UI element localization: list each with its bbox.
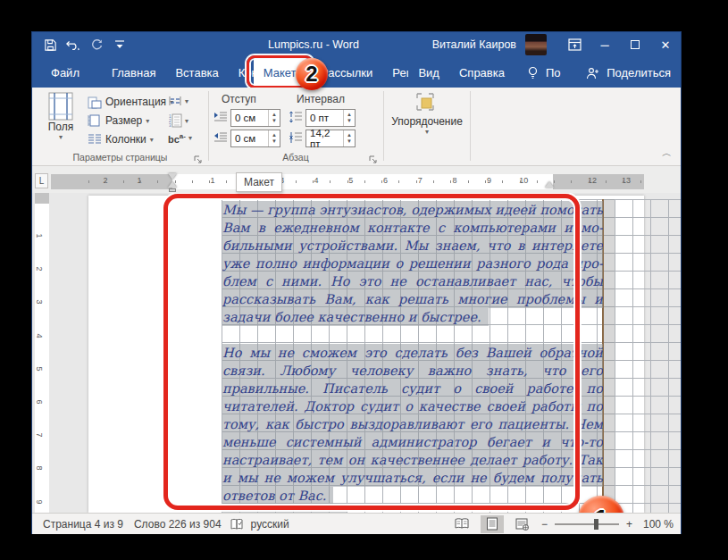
- zoom-in-button[interactable]: +: [626, 518, 632, 531]
- doc-line[interactable]: Но мы не сможем это сделать без Вашей об…: [222, 344, 603, 362]
- indent-left-spinner[interactable]: ▲▼: [268, 110, 280, 126]
- indent-left-field[interactable]: 0 см ▲▼: [230, 109, 280, 127]
- first-line-indent-marker[interactable]: [168, 173, 177, 180]
- ruler-number: 4: [314, 176, 319, 185]
- indent-left-icon: [213, 111, 228, 125]
- spacing-before-field[interactable]: 0 пт ▲▼: [305, 109, 356, 127]
- hyphenation-button[interactable]: bca- ▾: [168, 132, 192, 145]
- spacing-after-spinner[interactable]: ▲▼: [343, 130, 355, 146]
- spacing-before-spinner[interactable]: ▲▼: [343, 110, 355, 126]
- columns-icon: [88, 132, 102, 146]
- zoom-slider[interactable]: [555, 523, 619, 525]
- ruler-number: 5: [35, 366, 44, 371]
- avatar[interactable]: [525, 34, 547, 55]
- close-button[interactable]: ✕: [650, 32, 681, 57]
- ruler-row: L 21123456789101213: [32, 166, 681, 193]
- left-indent-marker[interactable]: [168, 181, 177, 188]
- indent-right-spinner[interactable]: ▲▼: [268, 130, 280, 146]
- columns-button[interactable]: Колонки▾: [88, 130, 154, 148]
- web-layout-button[interactable]: [511, 515, 534, 533]
- save-icon[interactable]: [43, 38, 57, 52]
- quick-access-toolbar: [32, 38, 127, 52]
- breaks-button[interactable]: ▾: [168, 95, 188, 107]
- word-count[interactable]: Слово 226 из 904: [134, 518, 222, 531]
- callout-badge-2: 2: [296, 58, 328, 90]
- ribbon-tab-row: Файл Главная Вставка Констру Макет Рассы…: [32, 57, 681, 88]
- document-page[interactable]: Мы — группа энтузиастов, одержимых идеей…: [88, 196, 644, 513]
- selected-text[interactable]: Мы — группа энтузиастов, одержимых идеей…: [222, 201, 603, 513]
- vertical-ruler[interactable]: 123456789: [35, 193, 49, 513]
- share-button[interactable]: Поделиться: [603, 59, 681, 88]
- doc-line[interactable]: настраивает, тем он качественнее делает …: [222, 451, 603, 469]
- zoom-level[interactable]: 100 %: [643, 518, 674, 531]
- language-indicator[interactable]: русский: [251, 518, 289, 531]
- qat-customize-icon[interactable]: [113, 38, 127, 52]
- undo-icon[interactable]: [66, 38, 80, 52]
- print-layout-button[interactable]: [481, 515, 504, 533]
- paragraph-dialog-launcher-icon[interactable]: [369, 152, 380, 163]
- ruler-number: 1: [35, 233, 44, 238]
- tab-design[interactable]: Констру: [229, 59, 254, 88]
- doc-line[interactable]: Мы — группа энтузиастов, одержимых идеей…: [222, 201, 603, 219]
- indent-right-field[interactable]: 0 см ▲▼: [230, 130, 280, 147]
- tab-file[interactable]: Файл: [41, 59, 89, 88]
- ruler-number: 9: [35, 499, 44, 504]
- right-indent-marker[interactable]: [545, 181, 554, 188]
- ruler-tick: [450, 180, 451, 183]
- ruler-tick: [347, 180, 348, 183]
- collapse-ribbon-icon[interactable]: ︿: [662, 146, 672, 160]
- ruler-text-zone: [172, 174, 553, 189]
- doc-line[interactable]: читателей. Доктор судит о качестве своей…: [222, 397, 603, 415]
- tab-review[interactable]: Рецензир: [382, 59, 408, 88]
- doc-line[interactable]: блем с ними. Но это не останавливает нас…: [222, 272, 603, 290]
- doc-line[interactable]: бильными устройствами. Мы знаем, что в и…: [222, 237, 603, 255]
- title-bar: Lumpics.ru - Word Виталий Каиров ─ ✕: [32, 32, 681, 57]
- paragraph-gap: [222, 326, 603, 344]
- size-button[interactable]: Размер▾: [88, 112, 149, 130]
- horizontal-ruler[interactable]: 21123456789101213: [51, 174, 644, 189]
- ruler-tick: [296, 180, 297, 183]
- tab-assistant[interactable]: Помощн: [542, 59, 561, 88]
- account-name[interactable]: Виталий Каиров: [432, 38, 516, 51]
- tab-view[interactable]: Вид: [408, 59, 449, 88]
- doc-line[interactable]: меньше системный администратор бегает и …: [222, 433, 603, 451]
- doc-line[interactable]: и мы не можем улучшаться, если не будем …: [222, 469, 603, 487]
- zoom-slider-thumb[interactable]: [594, 519, 598, 530]
- tab-insert[interactable]: Вставка: [165, 59, 228, 88]
- ruler-tick: [313, 180, 314, 183]
- doc-line[interactable]: задачи более качественно и быстрее.: [222, 308, 489, 326]
- spacing-after-field[interactable]: 14,2 пт ▲▼: [305, 130, 356, 147]
- redo-icon[interactable]: [89, 38, 104, 52]
- doc-line[interactable]: уже полно информации о решении разного р…: [222, 255, 603, 272]
- ruler-number: 8: [452, 176, 456, 185]
- group-arrange: Упорядочение ▾: [383, 88, 470, 166]
- window-title: Lumpics.ru - Word: [229, 38, 398, 51]
- doc-line[interactable]: Вам в ежедневном контакте с компьютерами…: [222, 219, 603, 237]
- minimize-button[interactable]: ─: [590, 32, 620, 57]
- zoom-out-button[interactable]: −: [541, 518, 548, 531]
- ruler-number: 5: [348, 176, 353, 185]
- page-setup-dialog-launcher-icon[interactable]: [194, 152, 205, 163]
- left-indent-square-marker[interactable]: [169, 188, 176, 192]
- tab-stop-selector[interactable]: L: [35, 173, 48, 188]
- graph-paper-text-block[interactable]: Мы — группа энтузиастов, одержимых идеей…: [222, 199, 681, 513]
- tab-home[interactable]: Главная: [102, 59, 165, 88]
- margins-button[interactable]: Поля ▾: [41, 92, 80, 141]
- arrange-button[interactable]: Упорядочение ▾: [394, 92, 460, 136]
- doc-line[interactable]: ответов от Вас.: [222, 487, 333, 505]
- orientation-button[interactable]: Ориентация▾: [88, 93, 173, 111]
- doc-line[interactable]: правильные. Писатель судит о своей работ…: [222, 380, 603, 397]
- doc-line[interactable]: связи. Любому человеку важно знать, что …: [222, 362, 603, 380]
- line-numbers-button[interactable]: 123 ▾: [168, 113, 188, 128]
- spacing-after-icon: [289, 131, 303, 146]
- ribbon-display-options-icon[interactable]: [559, 32, 590, 57]
- doc-line[interactable]: рассказывать Вам, как решать многие проб…: [222, 290, 603, 308]
- spacing-before-icon: [289, 111, 303, 125]
- tab-help[interactable]: Справка: [449, 59, 515, 88]
- maximize-button[interactable]: [620, 32, 650, 57]
- read-mode-button[interactable]: [450, 515, 473, 533]
- proofing-icon[interactable]: [230, 518, 244, 531]
- ruler-number: 7: [418, 176, 423, 185]
- page-indicator[interactable]: Страница 4 из 9: [43, 518, 123, 531]
- doc-line[interactable]: тому, как быстро выздоравливают его паци…: [222, 415, 603, 433]
